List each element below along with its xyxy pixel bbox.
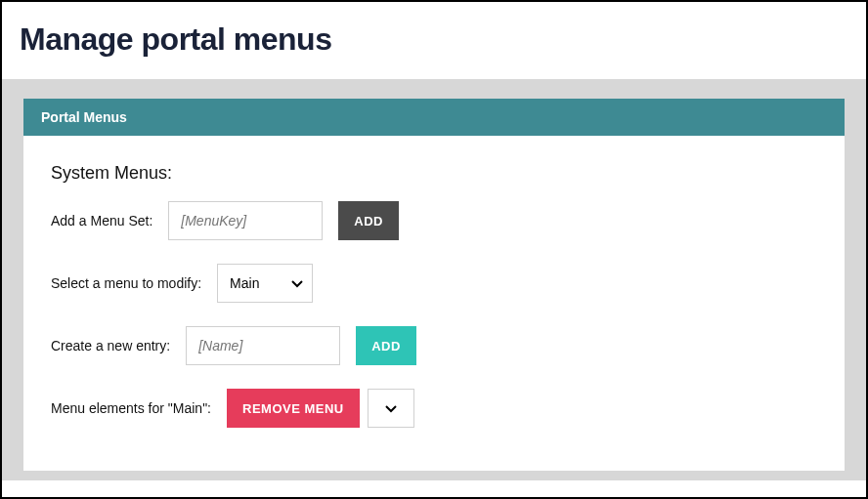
- entry-name-input[interactable]: [186, 326, 340, 365]
- content-area: Portal Menus System Menus: Add a Menu Se…: [2, 79, 866, 480]
- select-menu-label: Select a menu to modify:: [51, 275, 201, 291]
- panel-header: Portal Menus: [23, 99, 845, 136]
- add-entry-button[interactable]: Add: [356, 326, 416, 365]
- system-menus-heading: System Menus:: [51, 163, 817, 184]
- page-title: Manage portal menus: [20, 21, 848, 58]
- add-menu-set-label: Add a Menu Set:: [51, 213, 152, 229]
- menu-key-input[interactable]: [168, 201, 323, 240]
- add-menu-set-button[interactable]: Add: [338, 201, 399, 240]
- remove-menu-button[interactable]: Remove Menu: [227, 389, 360, 428]
- chevron-down-icon: [385, 399, 397, 417]
- menu-select[interactable]: Main: [217, 264, 313, 303]
- menu-elements-label: Menu elements for "Main":: [51, 400, 211, 416]
- menu-elements-dropdown[interactable]: [368, 389, 414, 428]
- create-entry-label: Create a new entry:: [51, 338, 170, 353]
- portal-menus-panel: Portal Menus System Menus: Add a Menu Se…: [23, 99, 845, 471]
